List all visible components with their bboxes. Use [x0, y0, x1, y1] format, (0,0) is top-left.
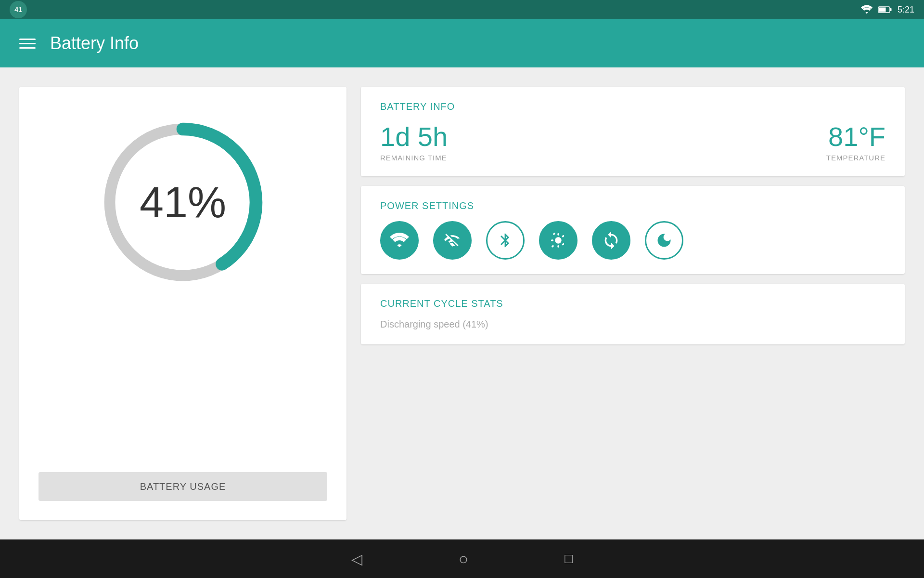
menu-button[interactable] — [19, 39, 36, 49]
home-button[interactable]: ○ — [459, 550, 469, 568]
battery-stats-row: 1d 5h REMAINING TIME 81°F TEMPERATURE — [380, 122, 886, 162]
status-bar: 41 5:21 — [0, 0, 924, 19]
app-bar-title: Battery Info — [50, 33, 139, 53]
remaining-time-label: REMAINING TIME — [380, 154, 448, 162]
brightness-icon — [549, 231, 568, 250]
status-bar-left: 41 — [10, 1, 27, 18]
battery-status-icon — [878, 6, 892, 13]
cycle-stats-card: CURRENT CYCLE STATS Discharging speed (4… — [361, 284, 905, 344]
battery-gauge-card: 41% BATTERY USAGE — [19, 87, 346, 520]
cycle-stats-title: CURRENT CYCLE STATS — [380, 298, 886, 309]
wifi-off-button[interactable] — [433, 221, 472, 260]
battery-info-title: BATTERY INFO — [380, 101, 886, 112]
power-icons-row — [380, 221, 886, 260]
temperature-label: TEMPERATURE — [826, 154, 886, 162]
wifi-icon — [390, 232, 409, 249]
night-icon — [655, 232, 673, 249]
temperature-value: 81°F — [826, 122, 886, 152]
night-mode-button[interactable] — [645, 221, 683, 260]
right-column: BATTERY INFO 1d 5h REMAINING TIME 81°F T… — [361, 87, 905, 520]
bluetooth-button[interactable] — [486, 221, 525, 260]
wifi-button[interactable] — [380, 221, 419, 260]
battery-info-card: BATTERY INFO 1d 5h REMAINING TIME 81°F T… — [361, 87, 905, 176]
status-time: 5:21 — [898, 5, 914, 15]
power-settings-card: POWER SETTINGS — [361, 186, 905, 274]
back-button[interactable]: ◁ — [351, 551, 362, 567]
nav-bar: ◁ ○ □ — [0, 539, 924, 578]
recent-button[interactable]: □ — [565, 551, 573, 566]
remaining-time-group: 1d 5h REMAINING TIME — [380, 122, 448, 162]
notification-badge: 41 — [10, 1, 27, 18]
temperature-group: 81°F TEMPERATURE — [826, 122, 886, 162]
power-settings-title: POWER SETTINGS — [380, 200, 886, 211]
app-bar: Battery Info — [0, 19, 924, 67]
sync-button[interactable] — [592, 221, 630, 260]
battery-percentage: 41% — [140, 178, 226, 227]
remaining-time-value: 1d 5h — [380, 122, 448, 152]
notification-count: 41 — [14, 6, 22, 13]
svg-rect-2 — [890, 8, 891, 11]
wifi-status-icon — [861, 5, 873, 14]
gauge-container: 41% — [91, 111, 274, 294]
sync-icon — [602, 231, 621, 250]
main-content: 41% BATTERY USAGE BATTERY INFO 1d 5h REM… — [0, 67, 924, 539]
battery-usage-button[interactable]: BATTERY USAGE — [38, 472, 327, 501]
brightness-button[interactable] — [539, 221, 578, 260]
wifi-off-icon — [443, 232, 462, 249]
status-bar-right: 5:21 — [861, 5, 914, 15]
bluetooth-icon — [497, 231, 513, 250]
cycle-stats-first-row: Discharging speed (41%) — [380, 319, 886, 330]
svg-rect-1 — [879, 8, 886, 12]
